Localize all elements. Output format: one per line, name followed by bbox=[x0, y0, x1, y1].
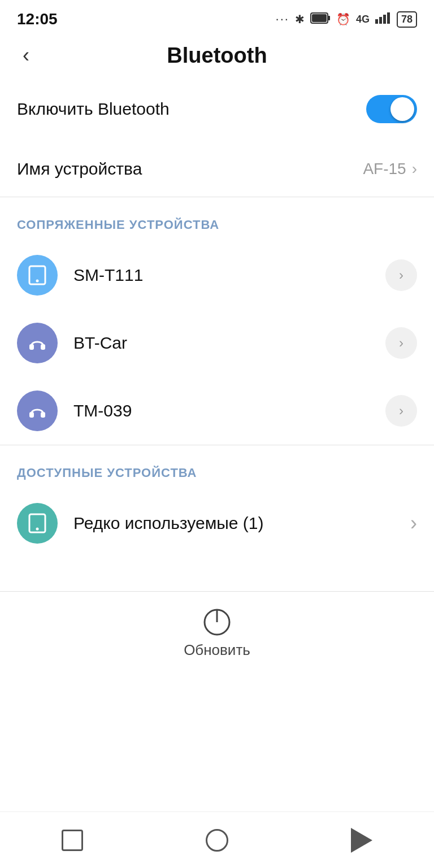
nav-triangle-icon bbox=[351, 828, 372, 853]
bt-car-chevron[interactable]: › bbox=[385, 327, 417, 359]
paired-devices-list: SM-T111 › BT-Car › bbox=[0, 241, 434, 445]
available-section-header: ДОСТУПНЫЕ УСТРОЙСТВА bbox=[0, 445, 434, 489]
tm039-chevron[interactable]: › bbox=[385, 395, 417, 427]
device-name-label: Имя устройства bbox=[17, 159, 142, 179]
bluetooth-toggle-label: Включить Bluetooth bbox=[17, 99, 170, 119]
svg-point-8 bbox=[36, 280, 39, 283]
rarely-used-chevron[interactable]: › bbox=[410, 511, 417, 535]
device-icon-rarely-used bbox=[17, 503, 58, 544]
chevron-right-icon: › bbox=[412, 160, 417, 178]
paired-device-bt-car[interactable]: BT-Car › bbox=[17, 309, 417, 377]
bluetooth-icon: ✱ bbox=[295, 12, 305, 26]
refresh-label[interactable]: Обновить bbox=[184, 641, 250, 659]
device-icon-tablet bbox=[17, 255, 58, 296]
status-time: 12:05 bbox=[17, 10, 58, 28]
svg-rect-4 bbox=[379, 17, 382, 24]
bluetooth-toggle[interactable] bbox=[366, 95, 417, 123]
back-button[interactable]: ‹ bbox=[17, 45, 35, 66]
nav-home-button[interactable] bbox=[194, 823, 240, 857]
device-icon-headphones-bt-car bbox=[17, 323, 58, 363]
nav-square-button[interactable] bbox=[50, 823, 95, 857]
bluetooth-toggle-row: Включить Bluetooth bbox=[17, 77, 417, 141]
device-name-sm-t111: SM-T111 bbox=[73, 266, 143, 285]
signal-icon: 4G bbox=[356, 14, 370, 25]
available-devices-list: Редко используемые (1) › bbox=[0, 489, 434, 557]
nav-back-button[interactable] bbox=[339, 823, 384, 857]
svg-rect-11 bbox=[29, 412, 34, 418]
device-icon-headphones-tm039 bbox=[17, 390, 58, 431]
svg-rect-12 bbox=[41, 412, 45, 418]
header: ‹ Bluetooth bbox=[0, 34, 434, 77]
nav-circle-icon bbox=[206, 829, 228, 852]
status-icons: ··· ✱ ⏰ 4G 78 bbox=[276, 11, 417, 28]
svg-rect-1 bbox=[328, 16, 330, 20]
svg-rect-3 bbox=[375, 19, 378, 24]
svg-rect-9 bbox=[29, 344, 34, 350]
refresh-section: Обновить bbox=[0, 592, 434, 670]
svg-rect-2 bbox=[312, 14, 327, 22]
device-name-bt-car: BT-Car bbox=[73, 333, 127, 353]
device-name-value: AF-15 › bbox=[363, 160, 417, 178]
paired-section-header: СОПРЯЖЕННЫЕ УСТРОЙСТВА bbox=[0, 197, 434, 241]
nav-square-icon bbox=[62, 830, 83, 851]
alarm-icon: ⏰ bbox=[336, 12, 350, 26]
device-name-tm039: TM-039 bbox=[73, 401, 132, 420]
status-bar: 12:05 ··· ✱ ⏰ 4G 78 bbox=[0, 0, 434, 34]
svg-rect-10 bbox=[41, 344, 45, 350]
battery-percentage: 78 bbox=[397, 11, 417, 28]
device-name-rarely-used: Редко используемые (1) bbox=[73, 514, 264, 533]
bluetooth-toggle-section: Включить Bluetooth Имя устройства AF-15 … bbox=[0, 77, 434, 197]
available-device-rarely-used[interactable]: Редко используемые (1) › bbox=[17, 489, 417, 557]
svg-rect-5 bbox=[383, 15, 386, 24]
paired-device-tm-039[interactable]: TM-039 › bbox=[17, 377, 417, 445]
network-bars-icon bbox=[375, 12, 391, 27]
page-title: Bluetooth bbox=[167, 44, 267, 68]
sm-t111-chevron[interactable]: › bbox=[385, 259, 417, 291]
nav-bar bbox=[0, 811, 434, 868]
paired-device-sm-t111[interactable]: SM-T111 › bbox=[17, 241, 417, 309]
device-name-row[interactable]: Имя устройства AF-15 › bbox=[17, 141, 417, 197]
battery-fill-icon bbox=[310, 12, 331, 27]
dots-icon: ··· bbox=[276, 12, 289, 27]
svg-point-14 bbox=[36, 528, 39, 531]
refresh-icon bbox=[202, 607, 232, 639]
toggle-knob bbox=[390, 97, 414, 121]
svg-rect-6 bbox=[387, 12, 390, 24]
